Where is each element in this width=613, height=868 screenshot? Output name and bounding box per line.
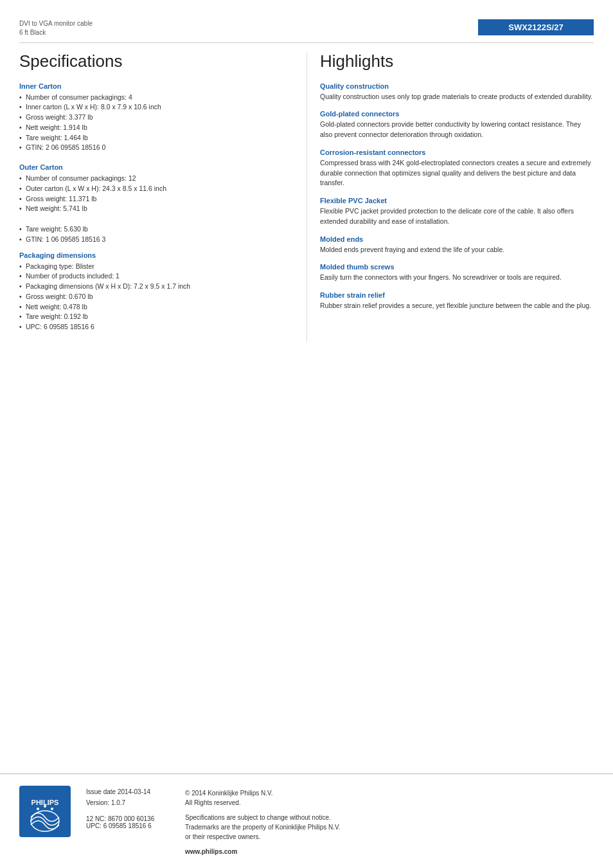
version-label: Version: xyxy=(86,799,109,806)
list-item: Gross weight: 0.670 lb xyxy=(19,292,287,302)
list-item: Tare weight: 0.192 lb xyxy=(19,312,287,322)
product-info: DVI to VGA monitor cable 6 ft Black xyxy=(19,19,93,37)
svg-point-5 xyxy=(51,808,53,810)
highlight-title-4: Molded ends xyxy=(320,235,594,243)
legal-text: Specifications are subject to change wit… xyxy=(185,813,341,842)
highlight-pvc-jacket: Flexible PVC Jacket Flexible PVC jacket … xyxy=(320,197,594,227)
highlight-gold-connectors: Gold-plated connectors Gold-plated conne… xyxy=(320,110,594,140)
footer-meta: Issue date 2014-03-14 Version: 1.0.7 12 … xyxy=(86,786,170,829)
list-item: Packaging dimensions (W x H x D): 7.2 x … xyxy=(19,282,287,292)
svg-point-4 xyxy=(44,805,46,808)
inner-carton-title: Inner Carton xyxy=(19,82,287,90)
list-item: Nett weight: 5.741 lb xyxy=(19,204,287,214)
specifications-title: Specifications xyxy=(19,52,287,71)
website-url: www.philips.com xyxy=(185,847,341,856)
list-item: Inner carton (L x W x H): 8.0 x 7.9 x 10… xyxy=(19,102,287,113)
issue-date-row: Issue date 2014-03-14 xyxy=(86,788,170,795)
highlight-molded-ends: Molded ends Molded ends prevent fraying … xyxy=(320,235,594,255)
outer-carton-list: Number of consumer packagings: 12 Outer … xyxy=(19,174,287,214)
page-footer: PHILIPS Issue date 2014-03-14 Version: xyxy=(0,773,613,868)
model-badge: SWX2122S/27 xyxy=(478,19,594,35)
highlights-title: Highlights xyxy=(320,52,594,71)
highlight-text-3: Flexible PVC jacket provided protection … xyxy=(320,206,594,227)
svg-point-3 xyxy=(37,808,39,810)
highlight-quality-construction: Quality construction Quality constructio… xyxy=(320,82,594,102)
list-item: Outer carton (L x W x H): 24.3 x 8.5 x 1… xyxy=(19,184,287,194)
highlight-corrosion-connectors: Corrosion-resistant connectors Compresse… xyxy=(320,149,594,188)
highlight-title-6: Rubber strain relief xyxy=(320,291,594,299)
spec-lower-section: Tare weight: 5.630 lb GTIN: 1 06 09585 1… xyxy=(19,224,287,343)
list-item: Packaging type: Blister xyxy=(19,262,287,272)
outer-carton-section: Outer Carton Number of consumer packagin… xyxy=(19,163,287,214)
highlight-molded-thumb-screws: Molded thumb screws Easily turn the conn… xyxy=(320,263,594,283)
highlight-title-2: Corrosion-resistant connectors xyxy=(320,149,594,156)
packaging-dimensions-list: Packaging type: Blister Number of produc… xyxy=(19,262,287,332)
highlight-text-6: Rubber strain relief provides a secure, … xyxy=(320,301,594,311)
list-item: Gross weight: 11.371 lb xyxy=(19,194,287,204)
svg-rect-0 xyxy=(19,786,71,837)
highlight-title-1: Gold-plated connectors xyxy=(320,110,594,118)
copyright-text: © 2014 Koninklijke Philips N.V. All Righ… xyxy=(185,788,341,808)
inner-carton-section: Inner Carton Number of consumer packagin… xyxy=(19,82,287,154)
highlight-text-5: Easily turn the connectors with your fin… xyxy=(320,273,594,283)
upc-number: UPC: 6 09585 18516 6 xyxy=(86,822,170,829)
list-item: Tare weight: 5.630 lb xyxy=(19,224,287,235)
highlight-text-4: Molded ends prevent fraying and extend t… xyxy=(320,245,594,255)
philips-logo: PHILIPS xyxy=(19,786,71,837)
list-item: GTIN: 2 06 09585 18516 0 xyxy=(19,143,287,153)
nc-number: 12 NC: 8670 000 60136 xyxy=(86,815,170,822)
highlight-text-2: Compressed brass with 24K gold-electropl… xyxy=(320,158,594,188)
highlight-rubber-strain-relief: Rubber strain relief Rubber strain relie… xyxy=(320,291,594,311)
highlight-title-5: Molded thumb screws xyxy=(320,263,594,271)
issue-date-value: 2014-03-14 xyxy=(118,788,150,795)
main-columns: Specifications Inner Carton Number of co… xyxy=(19,52,594,343)
product-line1: DVI to VGA monitor cable xyxy=(19,19,93,28)
inner-carton-list: Number of consumer packagings: 4 Inner c… xyxy=(19,93,287,154)
list-item: Nett weight: 0.478 lb xyxy=(19,302,287,312)
list-item: Tare weight: 1.464 lb xyxy=(19,133,287,143)
highlight-title-0: Quality construction xyxy=(320,82,594,90)
version-value: 1.0.7 xyxy=(111,799,125,806)
middle-col-list: Tare weight: 5.630 lb GTIN: 1 06 09585 1… xyxy=(19,224,287,245)
packaging-dimensions-title: Packaging dimensions xyxy=(19,251,287,259)
list-item: Number of consumer packagings: 12 xyxy=(19,174,287,184)
header-divider xyxy=(19,42,594,43)
product-line2: 6 ft Black xyxy=(19,28,93,37)
page-header: DVI to VGA monitor cable 6 ft Black SWX2… xyxy=(19,19,594,37)
highlights-column: Highlights Quality construction Quality … xyxy=(306,52,594,343)
nc-upc-section: 12 NC: 8670 000 60136 UPC: 6 09585 18516… xyxy=(86,815,170,829)
list-item: Number of products included: 1 xyxy=(19,271,287,282)
list-item: UPC: 6 09585 18516 6 xyxy=(19,322,287,332)
issue-date-label: Issue date xyxy=(86,788,116,795)
highlight-text-1: Gold-plated connectors provide better co… xyxy=(320,120,594,140)
specifications-column: Specifications Inner Carton Number of co… xyxy=(19,52,306,343)
list-item: Gross weight: 3.377 lb xyxy=(19,113,287,123)
list-item: Number of consumer packagings: 4 xyxy=(19,93,287,103)
outer-carton-title: Outer Carton xyxy=(19,163,287,171)
footer-legal: © 2014 Koninklijke Philips N.V. All Righ… xyxy=(185,786,341,856)
version-row: Version: 1.0.7 xyxy=(86,799,170,806)
middle-col-section: Tare weight: 5.630 lb GTIN: 1 06 09585 1… xyxy=(19,224,287,343)
list-item: GTIN: 1 06 09585 18516 3 xyxy=(19,235,287,245)
packaging-dimensions-section: Packaging dimensions Packaging type: Bli… xyxy=(19,251,287,332)
highlight-text-0: Quality construction uses only top grade… xyxy=(320,92,594,102)
list-item: Nett weight: 1.914 lb xyxy=(19,123,287,133)
highlight-title-3: Flexible PVC Jacket xyxy=(320,197,594,204)
